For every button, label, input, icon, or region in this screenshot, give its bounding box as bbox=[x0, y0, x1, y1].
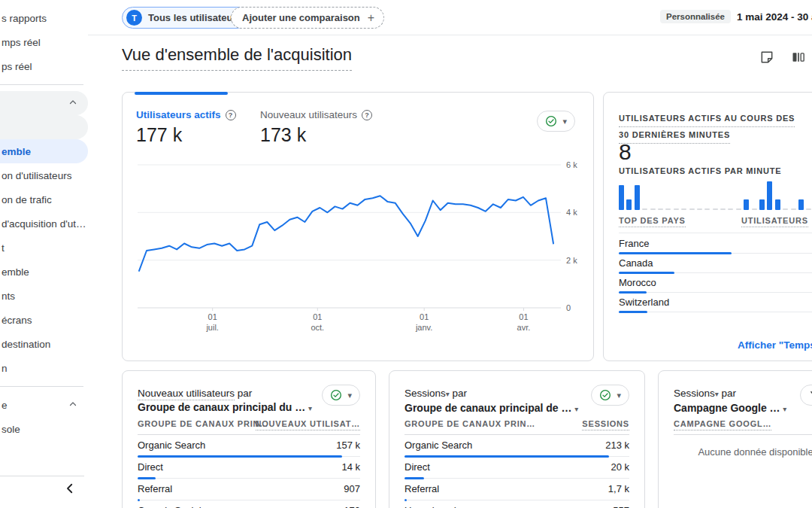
realtime-minute-bar bbox=[791, 208, 796, 210]
title-row: Vue d'ensemble de l'acquisition bbox=[122, 45, 812, 75]
realtime-table-headers: TOP DES PAYS UTILISATEURS bbox=[619, 216, 812, 225]
table-row: Referral907 bbox=[138, 479, 360, 500]
active-tab-indicator bbox=[135, 92, 228, 95]
sidebar-item-18[interactable]: sole bbox=[0, 417, 88, 441]
view-realtime-link[interactable]: Afficher "Temps réel" bbox=[738, 339, 812, 351]
card-title[interactable]: Sessions▾ par Campagne Google … ▾ bbox=[674, 386, 786, 416]
all-users-label: Tous les utilisateurs bbox=[148, 12, 242, 23]
chevron-up-icon bbox=[68, 98, 77, 107]
divider bbox=[619, 233, 812, 233]
sidebar-item-13[interactable]: écrans bbox=[0, 308, 88, 332]
card-title[interactable]: Nouveaux utilisateurs par Groupe de cana… bbox=[138, 386, 312, 415]
col-users: UTILISATEURS bbox=[741, 216, 808, 227]
sessions-by-campaign-card: Sessions▾ par Campagne Google … ▾ ▾ CAMP… bbox=[658, 370, 812, 508]
x-axis-tick: 01avr. bbox=[508, 312, 538, 333]
row-label: Organic Search bbox=[138, 440, 205, 451]
divider bbox=[674, 434, 812, 435]
realtime-minute-bar bbox=[767, 181, 772, 210]
sidebar-item-label: n bbox=[2, 363, 8, 374]
table-rows: Organic Search213 kDirect20 kReferral1,7… bbox=[404, 435, 629, 508]
table-headers: GROUPE DE CANAUX PRIN… NOUVEAUX UTILISAT… bbox=[138, 419, 360, 428]
sidebar-item-7[interactable]: on d'utilisateurs bbox=[0, 163, 88, 187]
sidebar-item-5[interactable] bbox=[0, 115, 88, 139]
trend-card: Utilisateurs actifs ? 177 k Nouveaux uti… bbox=[122, 92, 594, 361]
sidebar-collapse-button[interactable] bbox=[63, 481, 78, 496]
trend-chart[interactable] bbox=[138, 165, 561, 308]
metric-active-users-label: Utilisateurs actifs bbox=[136, 109, 221, 120]
sidebar-item-label: écrans bbox=[2, 315, 32, 326]
y-axis-tick: 4 k bbox=[566, 208, 577, 217]
realtime-minute-bar bbox=[642, 208, 647, 210]
metric-new-users[interactable]: Nouveaux utilisateurs ? 173 k bbox=[260, 109, 372, 146]
realtime-minute-bar bbox=[736, 208, 741, 210]
x-axis-tick: 01juil. bbox=[198, 312, 228, 333]
country-name: France bbox=[619, 238, 649, 249]
realtime-bar-chart[interactable] bbox=[619, 180, 812, 210]
metric-new-users-value: 173 k bbox=[260, 124, 372, 146]
realtime-title: UTILISATEURS ACTIFS AU COURS DES 30 DERN… bbox=[619, 111, 795, 144]
sidebar-item-10[interactable]: t bbox=[0, 236, 88, 260]
row-label: Referral bbox=[138, 483, 172, 494]
sidebar-item-11[interactable]: emble bbox=[0, 260, 88, 284]
row-value: 213 k bbox=[605, 440, 629, 451]
realtime-minute-bar bbox=[806, 208, 811, 210]
realtime-card: UTILISATEURS ACTIFS AU COURS DES 30 DERN… bbox=[603, 92, 812, 361]
help-icon[interactable]: ? bbox=[362, 110, 372, 120]
country-name: Switzerland bbox=[619, 297, 669, 308]
y-axis-tick: 6 k bbox=[566, 160, 577, 169]
sidebar-item-4[interactable] bbox=[0, 91, 88, 115]
realtime-minute-bar bbox=[626, 199, 632, 210]
realtime-minute-bar bbox=[752, 208, 757, 210]
country-row: Morocco bbox=[619, 273, 812, 293]
realtime-minute-bar bbox=[744, 199, 749, 210]
filter-dropdown[interactable]: ▾ bbox=[800, 385, 812, 406]
sidebar-item-label: sole bbox=[2, 424, 20, 435]
add-comparison-button[interactable]: Ajouter une comparaison + bbox=[231, 7, 384, 29]
sidebar-item-17[interactable]: e bbox=[0, 393, 88, 417]
metric-active-users[interactable]: Utilisateurs actifs ? 177 k bbox=[136, 109, 236, 146]
sidebar-item-8[interactable]: on de trafic bbox=[0, 187, 88, 211]
table-row: Organic Social170 bbox=[138, 500, 360, 508]
insights-note-icon[interactable] bbox=[759, 50, 774, 65]
data-quality-dropdown[interactable]: ▾ bbox=[537, 111, 575, 132]
sidebar-divider bbox=[0, 84, 83, 85]
data-quality-dropdown[interactable]: ▾ bbox=[591, 385, 629, 406]
chevron-down-icon: ▾ bbox=[783, 405, 786, 413]
realtime-countries-table: FranceCanadaMoroccoSwitzerland bbox=[619, 234, 812, 312]
help-icon[interactable]: ? bbox=[226, 110, 236, 120]
data-quality-dropdown[interactable]: ▾ bbox=[322, 385, 360, 406]
realtime-minute-bar bbox=[658, 208, 663, 210]
sidebar-item-15[interactable]: n bbox=[0, 356, 88, 380]
sidebar-item-0[interactable]: s rapports bbox=[0, 6, 88, 30]
country-row: Switzerland bbox=[619, 293, 812, 312]
sidebar-item-9[interactable]: d'acquisition d'ut… bbox=[0, 211, 88, 236]
sidebar-item-6[interactable]: emble bbox=[0, 139, 88, 163]
chevron-down-icon: ▾ bbox=[562, 117, 567, 126]
realtime-active-users-count: 8 bbox=[619, 139, 632, 165]
row-value: 170 bbox=[344, 505, 360, 508]
country-name: Morocco bbox=[619, 277, 656, 288]
add-comparison-label: Ajouter une comparaison bbox=[242, 12, 360, 23]
sidebar-divider bbox=[0, 386, 83, 387]
sidebar-item-label: emble bbox=[2, 266, 29, 278]
table-row: Unassigned557 bbox=[404, 500, 629, 508]
sidebar-item-label: on de trafic bbox=[2, 194, 52, 205]
sidebar-item-2[interactable]: ps réel bbox=[0, 54, 88, 78]
date-range-selector[interactable]: Personnalisée 1 mai 2024 - 30 avr. bbox=[660, 10, 812, 23]
sessions-by-channel-card: Sessions▾ par Groupe de canaux principal… bbox=[389, 370, 645, 508]
sidebar-item-label: e bbox=[2, 400, 8, 411]
realtime-minute-bar bbox=[635, 185, 640, 210]
sidebar-item-label: mps réel bbox=[2, 37, 41, 48]
realtime-minute-bar bbox=[713, 208, 718, 210]
metric-active-users-value: 177 k bbox=[136, 124, 236, 146]
sidebar-footer-divider bbox=[0, 476, 84, 476]
sidebar-item-14[interactable]: destination bbox=[0, 332, 88, 356]
sidebar-item-label: ps réel bbox=[2, 61, 32, 72]
comparison-icon[interactable] bbox=[791, 50, 806, 65]
sidebar-item-1[interactable]: mps réel bbox=[0, 30, 88, 54]
sidebar-item-12[interactable]: nts bbox=[0, 284, 88, 308]
card-title[interactable]: Sessions▾ par Groupe de canaux principal… bbox=[404, 386, 578, 416]
realtime-minute-bar bbox=[665, 208, 671, 210]
row-value: 157 k bbox=[336, 440, 360, 451]
y-axis-tick: 0 bbox=[566, 303, 571, 312]
